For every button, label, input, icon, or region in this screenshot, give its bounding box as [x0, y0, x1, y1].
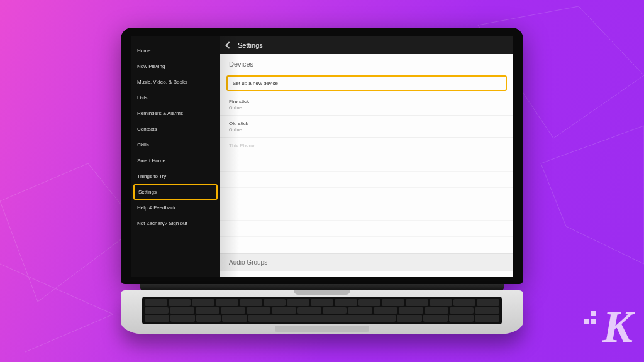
laptop-hinge — [140, 284, 504, 290]
topbar: Settings — [220, 36, 513, 54]
sidebar-item-music-video-books[interactable]: Music, Video, & Books — [131, 74, 220, 90]
sidebar-item-skills[interactable]: Skills — [131, 137, 220, 153]
watermark-dots-icon — [584, 311, 596, 324]
laptop-notch — [294, 290, 350, 295]
devices-section-title: Devices — [220, 54, 513, 72]
laptop-trackpad — [275, 326, 369, 332]
device-row[interactable]: This Phone — [220, 138, 513, 155]
device-status: Online — [229, 128, 504, 132]
screen-bezel: Home Now Playing Music, Video, & Books L… — [121, 28, 523, 284]
sidebar-item-smart-home[interactable]: Smart Home — [131, 153, 220, 168]
setup-new-device-row[interactable]: Set up a new device — [226, 75, 507, 91]
watermark-letter: K — [602, 302, 630, 352]
content: Devices Set up a new device Fire stick O… — [220, 54, 513, 277]
device-status: Online — [229, 106, 504, 110]
watermark-logo: K — [602, 301, 630, 353]
sidebar-item-things-to-try[interactable]: Things to Try — [131, 168, 220, 184]
sidebar-item-contacts[interactable]: Contacts — [131, 121, 220, 137]
sidebar-item-now-playing[interactable]: Now Playing — [131, 58, 220, 74]
device-name: Fire stick — [229, 99, 504, 104]
back-icon[interactable] — [225, 41, 232, 48]
sidebar-item-home[interactable]: Home — [131, 43, 220, 58]
empty-rows — [220, 155, 513, 253]
device-name: This Phone — [229, 143, 504, 148]
sidebar-item-sign-out[interactable]: Not Zachary? Sign out — [131, 216, 220, 231]
main-panel: Settings Devices Set up a new device Fir… — [220, 36, 513, 277]
device-row[interactable]: Fire stick Online — [220, 94, 513, 116]
laptop-mockup: Home Now Playing Music, Video, & Books L… — [121, 28, 523, 334]
device-name: Old stick — [229, 121, 504, 126]
page-title: Settings — [238, 41, 263, 49]
audio-groups-section-title: Audio Groups — [220, 253, 513, 272]
sidebar-item-settings[interactable]: Settings — [133, 184, 218, 200]
sidebar: Home Now Playing Music, Video, & Books L… — [131, 36, 220, 277]
sidebar-item-help-feedback[interactable]: Help & Feedback — [131, 200, 220, 216]
laptop-keyboard — [142, 297, 502, 324]
laptop-base — [121, 290, 523, 334]
sidebar-item-lists[interactable]: Lists — [131, 90, 220, 106]
audio-group-row[interactable]: Multi-Room Music — [220, 272, 513, 277]
app-screen: Home Now Playing Music, Video, & Books L… — [131, 36, 513, 277]
sidebar-item-reminders-alarms[interactable]: Reminders & Alarms — [131, 106, 220, 121]
device-row[interactable]: Old stick Online — [220, 116, 513, 138]
